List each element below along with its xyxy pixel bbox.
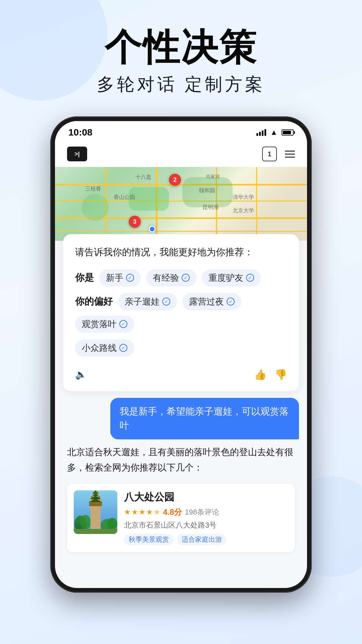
place-tag-1: 秋季美景观赏 bbox=[124, 534, 174, 545]
tag-hiker[interactable]: 重度驴友 ✓ bbox=[202, 269, 261, 286]
place-card[interactable]: 八大处公园 ★ ★ ★ ★ ★ 4.8分 198条评论 bbox=[67, 484, 295, 552]
rating-row: ★ ★ ★ ★ ★ 4.8分 198条评论 bbox=[124, 507, 288, 518]
check-icon-hiker: ✓ bbox=[246, 274, 254, 282]
preference-label: 你的偏好 bbox=[75, 295, 113, 308]
map-area: 十八盘 三桂香 香山公园 肖家河 颐和园 清华大学 昆明湖 北京大学 2 3 bbox=[55, 167, 307, 241]
phone-frame: 10:08 ▲ >| 1 bbox=[50, 116, 312, 593]
status-icons: ▲ bbox=[256, 128, 294, 137]
place-name: 八大处公园 bbox=[124, 490, 288, 504]
tag-experienced[interactable]: 有经验 ✓ bbox=[146, 269, 196, 286]
tag-camping-text: 露营过夜 bbox=[189, 296, 224, 308]
svg-rect-15 bbox=[74, 529, 117, 534]
tag-hiker-text: 重度驴友 bbox=[208, 272, 243, 284]
tag-experienced-text: 有经验 bbox=[153, 272, 179, 284]
tag-beginner-text: 新手 bbox=[106, 272, 123, 284]
place-address: 北京市石景山区八大处路3号 bbox=[124, 520, 288, 530]
user-type-label: 你是 bbox=[75, 271, 94, 284]
thumbs-down-button[interactable]: 👎 bbox=[275, 369, 287, 380]
signal-icon bbox=[256, 129, 266, 136]
card-footer: 🔈 👍 👎 bbox=[75, 363, 287, 380]
app-logo[interactable]: >| bbox=[67, 147, 87, 161]
battery-icon bbox=[282, 129, 294, 136]
map-marker-3: 3 bbox=[129, 216, 141, 228]
svg-rect-5 bbox=[90, 504, 101, 531]
preference-row: 你的偏好 亲子遛娃 ✓ 露营过夜 ✓ 观赏落叶 ✓ bbox=[75, 293, 287, 333]
tag-camping[interactable]: 露营过夜 ✓ bbox=[182, 293, 241, 310]
check-icon-experienced: ✓ bbox=[182, 274, 190, 282]
tag-niche[interactable]: 小众路线 ✓ bbox=[75, 339, 134, 357]
place-tower-svg bbox=[74, 490, 117, 534]
tag-family[interactable]: 亲子遛娃 ✓ bbox=[118, 293, 177, 310]
ai-response-text: 北京适合秋天遛娃，且有美丽的落叶景色的登山去处有很多，检索全网为你推荐以下几个： bbox=[67, 445, 295, 476]
user-message-bubble: 我是新手，希望能亲子遛娃，可以观赏落叶 bbox=[63, 398, 299, 439]
menu-button[interactable] bbox=[285, 151, 295, 158]
chat-card: 请告诉我你的情况，我能更好地为你推荐： 你是 新手 ✓ 有经验 ✓ 重度驴友 ✓ bbox=[63, 234, 299, 391]
tag-leaves-text: 观赏落叶 bbox=[82, 318, 117, 330]
ai-response-section: 北京适合秋天遛娃，且有美丽的落叶景色的登山去处有很多，检索全网为你推荐以下几个： bbox=[63, 445, 299, 552]
tag-niche-text: 小众路线 bbox=[82, 342, 117, 354]
review-count: 198条评论 bbox=[185, 507, 219, 517]
tag-leaves[interactable]: 观赏落叶 ✓ bbox=[75, 316, 134, 333]
place-image bbox=[74, 490, 117, 534]
status-time: 10:08 bbox=[68, 127, 93, 138]
svg-point-4 bbox=[107, 518, 117, 530]
check-icon-beginner: ✓ bbox=[126, 274, 134, 282]
vote-icons: 👍 👎 bbox=[254, 369, 287, 380]
chat-prompt: 请告诉我你的情况，我能更好地为你推荐： bbox=[75, 245, 287, 260]
user-type-row: 你是 新手 ✓ 有经验 ✓ 重度驴友 ✓ bbox=[75, 269, 287, 286]
check-icon-camping: ✓ bbox=[227, 298, 235, 306]
thumbs-up-button[interactable]: 👍 bbox=[254, 369, 266, 380]
location-dot bbox=[149, 226, 156, 232]
check-icon-niche: ✓ bbox=[119, 344, 127, 352]
app-header: >| 1 bbox=[55, 141, 307, 167]
tab-button[interactable]: 1 bbox=[262, 147, 277, 161]
place-tags: 秋季美景观赏 适合家庭出游 bbox=[124, 534, 288, 545]
rating-score: 4.8分 bbox=[163, 507, 182, 518]
status-bar: 10:08 ▲ bbox=[55, 121, 307, 141]
place-info: 八大处公园 ★ ★ ★ ★ ★ 4.8分 198条评论 bbox=[124, 490, 288, 545]
phone-screen: 10:08 ▲ >| 1 bbox=[55, 121, 307, 588]
wifi-icon: ▲ bbox=[270, 128, 278, 137]
extra-tag-row: 小众路线 ✓ bbox=[75, 339, 287, 357]
check-icon-leaves: ✓ bbox=[119, 320, 127, 328]
header-right: 1 bbox=[262, 147, 295, 161]
tag-family-text: 亲子遛娃 bbox=[125, 296, 160, 308]
place-tag-2: 适合家庭出游 bbox=[177, 534, 227, 545]
stars: ★ ★ ★ ★ ★ bbox=[124, 508, 160, 517]
svg-point-2 bbox=[80, 515, 91, 530]
user-message-text: 我是新手，希望能亲子遛娃，可以观赏落叶 bbox=[110, 398, 299, 439]
phone-mockup: 10:08 ▲ >| 1 bbox=[50, 116, 312, 593]
map-marker-2: 2 bbox=[169, 174, 181, 186]
tag-beginner[interactable]: 新手 ✓ bbox=[99, 269, 141, 286]
sound-icon[interactable]: 🔈 bbox=[75, 369, 87, 380]
check-icon-family: ✓ bbox=[162, 298, 170, 306]
